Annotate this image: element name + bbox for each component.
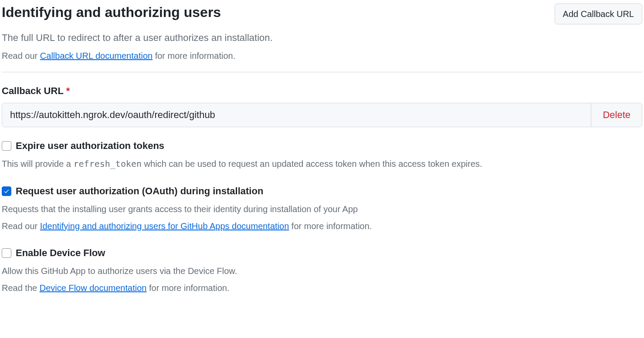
- add-callback-url-button[interactable]: Add Callback URL: [555, 3, 642, 24]
- check-icon: [3, 188, 10, 194]
- callback-url-row: Delete: [2, 103, 642, 127]
- callback-url-label: Callback URL*: [2, 85, 70, 97]
- refresh-token-code: refresh_token: [74, 159, 142, 169]
- oauth-help-suffix: for more information.: [289, 221, 372, 231]
- device-flow-help-suffix: for more information.: [146, 283, 229, 293]
- help-prefix: Read our: [2, 51, 40, 61]
- request-oauth-checkbox[interactable]: [2, 186, 11, 196]
- oauth-help-prefix: Read our: [2, 221, 40, 231]
- device-flow-label[interactable]: Enable Device Flow: [16, 247, 105, 259]
- oauth-doc-link[interactable]: Identifying and authorizing users for Gi…: [40, 221, 289, 231]
- expire-tokens-label[interactable]: Expire user authorization tokens: [16, 140, 164, 152]
- section-title: Identifying and authorizing users: [2, 3, 221, 21]
- device-flow-checkbox[interactable]: [2, 248, 11, 258]
- callback-url-doc-link[interactable]: Callback URL documentation: [40, 51, 153, 61]
- delete-callback-button[interactable]: Delete: [591, 103, 642, 127]
- callback-url-label-text: Callback URL: [2, 85, 64, 96]
- callback-doc-help: Read our Callback URL documentation for …: [2, 49, 642, 62]
- expire-desc-suffix: which can be used to request an updated …: [142, 159, 482, 169]
- device-flow-help-prefix: Read the: [2, 283, 40, 293]
- oauth-doc-help: Read our Identifying and authorizing use…: [2, 220, 642, 233]
- help-suffix: for more information.: [153, 51, 235, 61]
- section-subtitle: The full URL to redirect to after a user…: [2, 30, 642, 45]
- expire-tokens-desc: This will provide a refresh_token which …: [2, 157, 642, 171]
- device-flow-doc-help: Read the Device Flow documentation for m…: [2, 281, 642, 294]
- expire-desc-prefix: This will provide a: [2, 159, 74, 169]
- expire-tokens-checkbox[interactable]: [2, 141, 11, 151]
- device-flow-desc: Allow this GitHub App to authorize users…: [2, 264, 642, 278]
- device-flow-doc-link[interactable]: Device Flow documentation: [40, 283, 147, 293]
- divider: [2, 72, 642, 72]
- request-oauth-desc: Requests that the installing user grants…: [2, 202, 642, 216]
- request-oauth-label[interactable]: Request user authorization (OAuth) durin…: [16, 186, 263, 197]
- required-indicator: *: [66, 85, 70, 96]
- callback-url-input[interactable]: [2, 103, 591, 127]
